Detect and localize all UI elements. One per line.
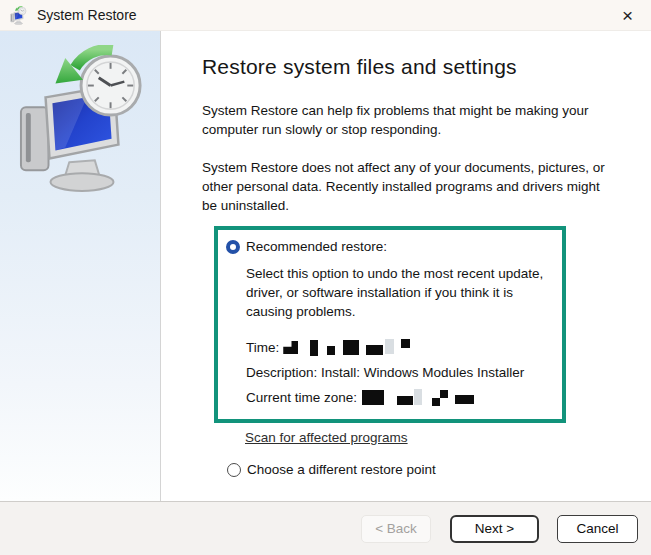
cancel-button[interactable]: Cancel bbox=[557, 515, 638, 543]
redacted-block bbox=[283, 341, 298, 354]
description-row: Description: Install: Windows Modules In… bbox=[246, 363, 552, 382]
redacted-block bbox=[455, 395, 474, 404]
page-title: Restore system files and settings bbox=[202, 55, 607, 79]
radio-selected-icon[interactable] bbox=[226, 240, 240, 254]
choose-different-label: Choose a different restore point bbox=[247, 462, 436, 477]
timezone-row: Current time zone: bbox=[246, 388, 552, 407]
window-title: System Restore bbox=[37, 7, 137, 23]
titlebar: System Restore × bbox=[0, 0, 651, 31]
redacted-block bbox=[401, 339, 410, 348]
intro-paragraph: System Restore can help fix problems tha… bbox=[202, 101, 607, 139]
system-restore-window: System Restore × Restore system files an… bbox=[0, 0, 651, 555]
recommended-restore-label: Recommended restore: bbox=[246, 239, 387, 254]
scan-affected-programs-link[interactable]: Scan for affected programs bbox=[245, 430, 408, 445]
next-button[interactable]: Next > bbox=[450, 515, 539, 543]
time-label: Time: bbox=[246, 338, 279, 357]
timezone-label: Current time zone: bbox=[246, 388, 357, 407]
radio-unselected-icon[interactable] bbox=[227, 463, 241, 477]
redacted-block bbox=[440, 390, 448, 398]
redacted-block bbox=[397, 396, 413, 405]
recommended-restore-option[interactable]: Recommended restore: bbox=[226, 239, 552, 254]
redacted-block bbox=[343, 340, 359, 355]
redacted-block bbox=[385, 339, 394, 354]
choose-different-option[interactable]: Choose a different restore point bbox=[227, 462, 607, 477]
redacted-block bbox=[414, 389, 422, 405]
main-content: Restore system files and settings System… bbox=[161, 31, 651, 501]
redacted-block bbox=[310, 340, 318, 356]
redacted-block bbox=[327, 346, 335, 355]
time-row: Time: bbox=[246, 338, 552, 357]
system-restore-illustration bbox=[18, 45, 146, 195]
recommended-restore-group: Recommended restore: Select this option … bbox=[214, 226, 566, 423]
redacted-block bbox=[366, 345, 383, 355]
back-button[interactable]: < Back bbox=[361, 515, 431, 543]
system-restore-icon bbox=[9, 6, 28, 25]
redacted-block bbox=[362, 390, 384, 405]
recommended-description: Select this option to undo the most rece… bbox=[246, 264, 552, 321]
sidebar bbox=[0, 31, 161, 501]
redacted-block bbox=[432, 398, 440, 406]
close-icon[interactable]: × bbox=[616, 4, 639, 27]
info-paragraph: System Restore does not affect any of yo… bbox=[202, 158, 607, 215]
footer: < Back Next > Cancel bbox=[0, 501, 651, 555]
